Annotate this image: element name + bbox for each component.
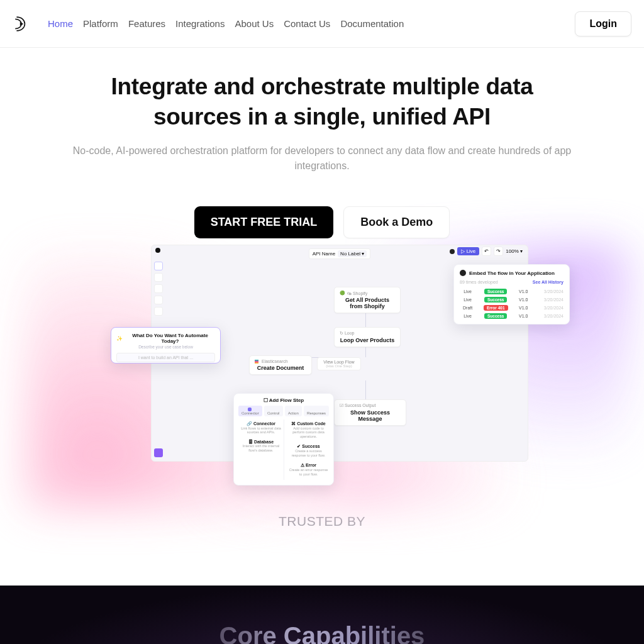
product-illustration: API Name No Label ▾ ▷ Live ↶ ↷ 100% ▾	[25, 245, 629, 509]
shopify-label: 🛍 Shopify	[347, 291, 367, 296]
api-name-chip: API Name No Label ▾	[309, 248, 371, 259]
add-flow-step-title: Add Flow Step	[269, 397, 304, 403]
tab-action: Action	[285, 406, 303, 416]
nav-link-contact[interactable]: Contact Us	[284, 18, 330, 29]
book-demo-button[interactable]: Book a Demo	[343, 206, 450, 238]
tab-responses: Responses	[304, 406, 329, 416]
sparkle-icon: ✨	[116, 336, 123, 341]
elastic-label: Elasticsearch	[262, 359, 288, 364]
cell-custom-code: ⌘ Custom Code Add custom code to perform…	[288, 419, 329, 443]
core-capabilities-title: Core Capabilities	[219, 622, 425, 644]
nav-link-about[interactable]: About Us	[235, 18, 274, 29]
history-row: LiveSuccessV1.03/20/2024	[460, 312, 564, 320]
loop-node-title: Loop Over Products	[340, 337, 395, 343]
core-capabilities-section: Core Capabilities	[0, 586, 644, 644]
loop-detail-chip: View Loop Flow (Has One Step)	[317, 357, 361, 370]
see-all-history-link: See All History	[533, 280, 564, 284]
redo-icon: ↷	[494, 247, 503, 256]
tool-icon-1	[154, 262, 163, 270]
history-row: DraftError 401V1.03/20/2024	[460, 304, 564, 312]
live-pill: ▷ Live	[457, 247, 479, 255]
zoom-level: 100% ▾	[506, 248, 523, 254]
nav-link-features[interactable]: Features	[128, 18, 165, 29]
canvas-toolbar	[154, 262, 163, 316]
add-flow-step-card: ☐ Add Flow Step Connector Control Action…	[233, 393, 334, 486]
nav-links: Home Platform Features Integrations Abou…	[48, 18, 404, 29]
elasticsearch-icon	[255, 360, 258, 364]
embed-history-card: Embed The flow in Your Application 89 ti…	[453, 264, 570, 325]
history-row: LiveSuccessV1.03/20/2024	[460, 296, 564, 304]
flow-node-success: ☑ Success Output Show Success Message	[334, 399, 406, 426]
embed-history-table: LiveSuccessV1.03/20/2024LiveSuccessV1.03…	[460, 287, 564, 320]
cell-database: 🗄 Database Interact with the internal fl…	[238, 438, 284, 456]
nav-link-platform[interactable]: Platform	[83, 18, 118, 29]
hero-section: Integrate and orchestrate multiple data …	[0, 48, 644, 586]
nav-link-docs[interactable]: Documentation	[340, 18, 404, 29]
flow-node-loop: ↻ Loop Loop Over Products	[334, 327, 401, 347]
shopify-node-title: Get All Products from Shopify	[340, 297, 395, 309]
elastic-node-title: Create Document	[255, 365, 306, 371]
tab-control: Control	[264, 406, 283, 416]
nav-link-integrations[interactable]: Integrations	[175, 18, 225, 29]
view-loop-flow-label: View Loop Flow	[321, 360, 357, 364]
avatar-icon	[450, 249, 455, 254]
cta-row: START FREE TRIAL Book a Demo	[25, 206, 619, 238]
embed-times-label: 89 times developed	[460, 280, 498, 284]
flow-canvas: API Name No Label ▾ ▷ Live ↶ ↷ 100% ▾	[151, 245, 528, 462]
api-name-label: API Name	[313, 251, 335, 257]
undo-icon: ↶	[482, 247, 491, 256]
tool-icon-5	[154, 307, 163, 316]
shopify-icon: 🟢	[340, 291, 345, 296]
canvas-topbar-right: ▷ Live ↶ ↷ 100% ▾	[450, 247, 523, 256]
nav-link-home[interactable]: Home	[48, 18, 73, 29]
tool-icon-3	[154, 284, 163, 293]
automate-title: What Do You Want To Automate Today?	[125, 333, 215, 344]
tool-icon-4	[154, 296, 163, 304]
trusted-by-label: TRUSTED BY	[25, 514, 619, 529]
tab-connector: Connector	[238, 406, 262, 416]
flow-node-shopify: 🟢🛍 Shopify Get All Products from Shopify	[334, 287, 401, 313]
embed-avatar-icon	[460, 270, 466, 276]
automate-subtitle: Describe your use case below	[116, 345, 215, 349]
success-output-label: ☑ Success Output	[340, 403, 401, 408]
no-label-dropdown: No Label ▾	[338, 250, 367, 257]
start-free-trial-button[interactable]: START FREE TRIAL	[194, 206, 334, 238]
tool-icon-2	[154, 273, 163, 282]
automate-prompt-card: ✨What Do You Want To Automate Today? Des…	[111, 327, 221, 364]
cell-error: ⚠ Error Create an error response to your…	[288, 461, 329, 480]
logo-icon[interactable]	[13, 15, 30, 33]
nav-left: Home Platform Features Integrations Abou…	[13, 15, 404, 33]
tool-icon-bottom	[154, 448, 163, 457]
loop-label: ↻ Loop	[340, 331, 395, 336]
hero-title: Integrate and orchestrate multiple data …	[64, 72, 580, 132]
embed-title: Embed The flow in Your Application	[469, 270, 555, 276]
navbar: Home Platform Features Integrations Abou…	[0, 0, 644, 48]
success-node-title: Show Success Message	[340, 409, 401, 422]
cell-connector: 🔗 Connector Link flows to external data …	[238, 419, 284, 438]
has-one-step-label: (Has One Step)	[321, 364, 357, 368]
hero-subtitle: No-code, AI-powered orchestration platfo…	[58, 143, 586, 174]
flow-node-elastic: Elasticsearch Create Document	[249, 355, 312, 375]
cell-success: ✔ Success Create a success response to y…	[288, 442, 329, 461]
connector-line	[365, 380, 366, 399]
login-button[interactable]: Login	[575, 11, 631, 36]
automate-input: I want to build an API that ...	[116, 353, 215, 362]
connector-line	[365, 347, 366, 357]
history-row: LiveSuccessV1.03/20/2024	[460, 287, 564, 296]
